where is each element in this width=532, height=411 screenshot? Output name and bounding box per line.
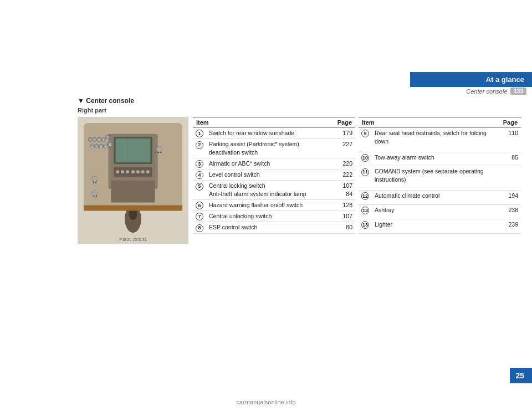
table-row: 11COMAND system (see separate operating … [359,166,521,191]
table-row: 3Airmatic or ABC* switch220 [193,158,355,169]
circle-number: 1 [196,130,203,137]
row-item: Hazard warning flasher on/off switch [206,199,334,210]
svg-point-13 [141,170,145,173]
row-item: Automatic climate control [372,191,500,205]
svg-point-10 [126,170,129,173]
table-row: 9Rear seat head restraints, switch for f… [359,128,521,152]
row-item: Lighter [372,219,500,233]
circle-number: 4 [196,171,203,179]
row-number: 6 [193,199,206,210]
svg-point-12 [136,170,140,173]
svg-point-9 [121,170,124,173]
svg-text:10: 10 [109,143,112,146]
main-content: Center console Right part [78,97,521,244]
row-page: 239 [500,219,521,233]
row-page: 128 [334,199,355,210]
svg-point-36 [157,147,162,152]
row-item: COMAND system (see separate operating in… [372,166,500,191]
car-image: 1 3 5 7 9 2 4 6 8 10 [78,117,188,244]
left-table: Item Page 1Switch for rear window sunsha… [193,117,355,234]
svg-text:3: 3 [94,139,95,142]
table-row: 13Ashtray238 [359,204,521,219]
svg-point-39 [92,176,98,182]
circle-number: 13 [361,221,369,229]
svg-text:9: 9 [107,136,109,139]
left-table-item-header: Item [193,117,334,128]
table-row: 6Hazard warning flasher on/off switch128 [193,199,355,210]
row-number: 9 [359,128,372,152]
row-item: Airmatic or ABC* switch [206,158,334,169]
svg-text:8: 8 [105,146,106,148]
row-page: 80 [334,222,355,233]
row-page: 222 [334,169,355,180]
row-number: 2 [193,139,206,158]
circle-number: 9 [361,130,369,137]
page-number-badge: 25 [510,368,532,383]
svg-text:1: 1 [89,139,91,142]
svg-rect-37 [111,181,155,203]
table-row: 2Parking assist (Parktronic* system) dea… [193,139,355,158]
circle-number: 6 [196,202,203,209]
row-page: 238 [500,204,521,219]
circle-number: 8 [196,224,203,232]
row-page [500,166,521,191]
table-row: 13Lighter239 [359,219,521,233]
left-table-page-header: Page [334,117,355,128]
circle-number: 11 [361,168,369,176]
circle-number: 12 [361,192,369,200]
row-page: 10784 [334,181,355,199]
svg-text:7: 7 [103,139,104,142]
row-item: Level control switch [206,169,334,180]
svg-point-41 [92,191,98,196]
subheader-badge: 133 [510,88,526,95]
at-a-glance-header: At a glance [410,72,532,87]
row-item: Switch for rear window sunshade [206,128,334,139]
svg-text:2: 2 [91,146,93,148]
row-page: 220 [334,158,355,169]
section-title: Center console [78,97,521,105]
row-page: 227 [334,139,355,158]
table-row: 7Central unlocking switch107 [193,210,355,222]
svg-text:6: 6 [100,146,102,148]
tables-container: Item Page 1Switch for rear window sunsha… [193,117,521,234]
row-page: 85 [500,152,521,166]
svg-point-11 [131,170,135,173]
circle-number: 10 [361,154,369,162]
row-number: 13 [359,204,372,219]
table-row: 12Automatic climate control194 [359,191,521,205]
row-page: 107 [334,210,355,222]
row-number: 5 [193,181,206,199]
row-item: Tow-away alarm switch [372,152,500,166]
table-row: 1Switch for rear window sunshade179 [193,128,355,139]
row-number: 12 [359,191,372,205]
table-row: 8ESP control switch80 [193,222,355,233]
table-row: 5Central locking switchAnti-theft alarm … [193,181,355,199]
row-item: Central unlocking switch [206,210,334,222]
content-row: 1 3 5 7 9 2 4 6 8 10 [78,117,521,244]
svg-point-14 [146,170,150,173]
svg-rect-5 [116,139,150,162]
circle-number: 5 [196,183,203,191]
row-item: Central locking switchAnti-theft alarm s… [206,181,334,199]
row-number: 7 [193,210,206,222]
row-number: 13 [359,219,372,233]
center-console-subheader: Center console [466,88,507,95]
table-row: 4Level control switch222 [193,169,355,180]
row-number: 11 [359,166,372,191]
right-table-item-header: Item [359,117,500,128]
watermark: carmanualsonline.info [0,399,532,405]
row-item: Ashtray [372,204,500,219]
subsection-title: Right part [78,107,521,114]
circle-number: 7 [196,213,203,220]
svg-point-8 [116,170,119,173]
circle-number: 3 [196,160,203,168]
row-page: 194 [500,191,521,205]
circle-number: 13 [361,207,369,214]
row-number: 1 [193,128,206,139]
row-item: Parking assist (Parktronic* system) deac… [206,139,334,158]
row-number: 3 [193,158,206,169]
row-page: 110 [500,128,521,152]
right-table-page-header: Page [500,117,521,128]
table-row: 10Tow-away alarm switch85 [359,152,521,166]
svg-text:5: 5 [98,139,100,142]
